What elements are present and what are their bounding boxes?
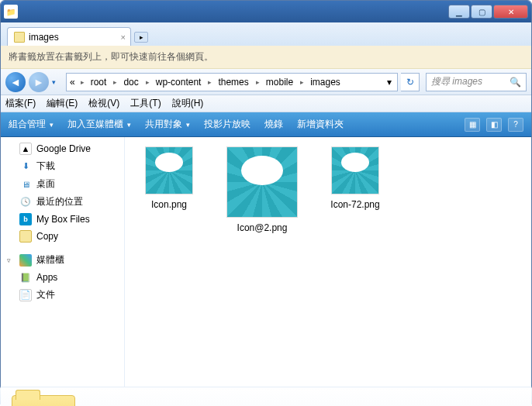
desktop-icon: 🖥	[19, 178, 32, 191]
breadcrumb-seg[interactable]: mobile	[261, 74, 299, 91]
tab-images[interactable]: images ×	[7, 27, 131, 46]
breadcrumb-seg[interactable]: themes	[213, 74, 254, 91]
folder-icon	[14, 32, 25, 43]
search-icon[interactable]: 🔍	[510, 77, 521, 88]
details-pane: 5 個項目	[1, 387, 531, 406]
info-message: 將書籤放置在書籤列上，即可快速前往各個網頁。	[9, 50, 213, 64]
file-name: Icon.png	[151, 199, 187, 210]
sidebar-item-gdrive[interactable]: ▲Google Drive	[1, 140, 124, 157]
app-icon: 📁	[4, 5, 18, 19]
menu-file[interactable]: 檔案(F)	[5, 97, 36, 110]
slideshow-button[interactable]: 投影片放映	[204, 118, 250, 131]
view-options-button[interactable]: ▦	[465, 118, 480, 132]
file-name: Icon@2.png	[237, 222, 288, 233]
file-list[interactable]: MINWT Icon.png MINWT Icon@2.png MINWT Ic…	[125, 137, 531, 387]
thumbnail-icon: MINWT	[226, 146, 298, 218]
back-button[interactable]: ◄	[5, 72, 26, 92]
new-folder-button[interactable]: 新增資料夾	[297, 118, 344, 131]
info-bar: 將書籤放置在書籤列上，即可快速前往各個網頁。	[1, 46, 531, 69]
help-icon[interactable]: ?	[508, 118, 523, 132]
forward-button[interactable]: ►	[29, 72, 49, 92]
minimize-button[interactable]: ▁	[448, 5, 470, 19]
document-icon: 📄	[19, 289, 32, 301]
breadcrumb-dropdown[interactable]: ▾	[382, 74, 397, 91]
folder-icon	[19, 230, 32, 243]
tab-close-icon[interactable]: ×	[121, 33, 126, 42]
new-tab-button[interactable]: ▸	[134, 32, 148, 43]
apps-icon: 📗	[19, 271, 32, 284]
search-input[interactable]: 搜尋 images 🔍	[426, 73, 527, 91]
breadcrumb-seg[interactable]: doc	[119, 74, 143, 91]
titlebar: 📁 ▁ ▢ ✕	[1, 1, 531, 22]
gdrive-icon: ▲	[19, 143, 32, 155]
file-name: Icon-72.png	[330, 199, 379, 210]
folder-icon	[12, 395, 75, 407]
box-icon: b	[19, 213, 32, 225]
tab-label: images	[29, 32, 59, 43]
file-item[interactable]: MINWT Icon-72.png	[320, 146, 390, 210]
sidebar-item-documents[interactable]: 📄文件	[1, 286, 124, 304]
menu-view[interactable]: 檢視(V)	[88, 97, 119, 110]
chevron-down-icon: ▿	[7, 256, 15, 264]
recent-icon: 🕓	[19, 196, 32, 208]
file-item[interactable]: MINWT Icon@2.png	[227, 146, 297, 233]
search-placeholder: 搜尋 images	[431, 75, 482, 88]
menu-edit[interactable]: 編輯(E)	[47, 97, 78, 110]
preview-pane-button[interactable]: ◧	[486, 118, 502, 132]
thumbnail-icon: MINWT	[331, 146, 379, 194]
refresh-button[interactable]: ↻	[401, 73, 420, 91]
download-icon: ⬇	[19, 160, 32, 173]
sidebar-item-downloads[interactable]: ⬇下載	[1, 157, 124, 175]
history-dropdown[interactable]: ▾	[52, 78, 63, 86]
breadcrumb-seg[interactable]: root	[86, 74, 112, 91]
breadcrumb-overflow[interactable]: «	[67, 74, 79, 91]
navigation-pane: ▲Google Drive ⬇下載 🖥桌面 🕓最近的位置 bMy Box Fil…	[1, 137, 125, 387]
explorer-window: 📁 ▁ ▢ ✕ images × ▸ 將書籤放置在書籤列上，即可快速前往各個網頁…	[0, 0, 532, 387]
menu-help[interactable]: 說明(H)	[172, 97, 204, 110]
breadcrumb-seg[interactable]: wp-content	[151, 74, 207, 91]
sidebar-item-desktop[interactable]: 🖥桌面	[1, 175, 124, 193]
sidebar-item-box[interactable]: bMy Box Files	[1, 211, 124, 228]
menu-bar: 檔案(F) 編輯(E) 檢視(V) 工具(T) 說明(H)	[1, 95, 531, 112]
maximize-button[interactable]: ▢	[471, 5, 492, 19]
breadcrumb[interactable]: « ▸ root▸ doc▸ wp-content▸ themes▸ mobil…	[66, 73, 398, 91]
sidebar-item-apps[interactable]: 📗Apps	[1, 269, 124, 286]
library-icon	[19, 254, 32, 267]
content-area: ▲Google Drive ⬇下載 🖥桌面 🕓最近的位置 bMy Box Fil…	[1, 137, 531, 387]
breadcrumb-seg[interactable]: images	[306, 74, 346, 91]
sidebar-item-copy[interactable]: Copy	[1, 228, 124, 245]
sidebar-group-libraries[interactable]: ▿媒體櫃	[1, 251, 124, 269]
share-button[interactable]: 共用對象	[145, 118, 190, 131]
include-library-button[interactable]: 加入至媒體櫃	[67, 118, 131, 131]
organize-button[interactable]: 組合管理	[9, 118, 54, 131]
command-bar: 組合管理 加入至媒體櫃 共用對象 投影片放映 燒錄 新增資料夾 ▦ ◧ ?	[1, 112, 531, 137]
file-item[interactable]: MINWT Icon.png	[134, 146, 204, 210]
thumbnail-icon: MINWT	[145, 146, 193, 194]
close-button[interactable]: ✕	[493, 5, 528, 19]
burn-button[interactable]: 燒錄	[264, 118, 283, 131]
sidebar-item-recent[interactable]: 🕓最近的位置	[1, 193, 124, 211]
tab-bar: images × ▸	[1, 22, 531, 46]
nav-bar: ◄ ► ▾ « ▸ root▸ doc▸ wp-content▸ themes▸…	[1, 69, 531, 95]
menu-tools[interactable]: 工具(T)	[130, 97, 161, 110]
